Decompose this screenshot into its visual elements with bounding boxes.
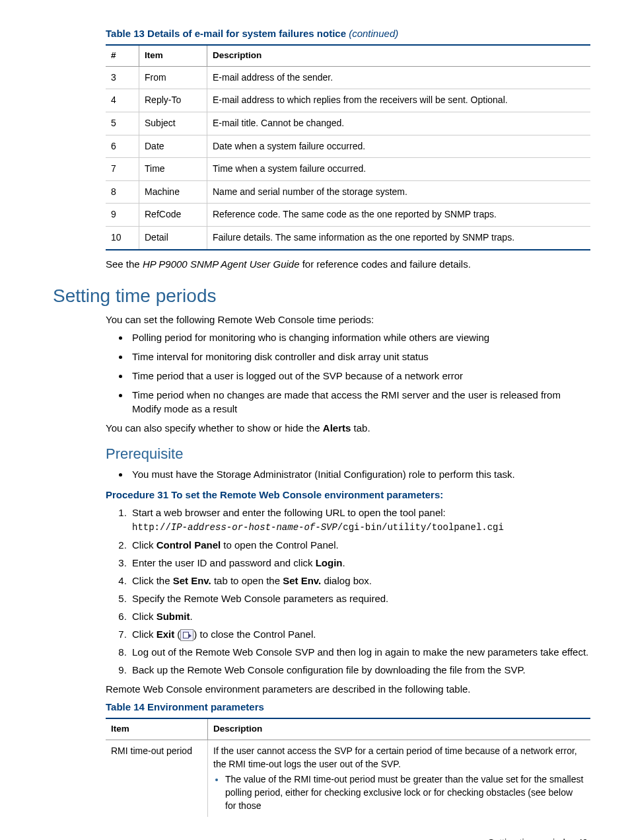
exit-label: Exit bbox=[157, 629, 175, 640]
text: dialog box. bbox=[321, 575, 372, 586]
caption-continued: (continued) bbox=[349, 28, 398, 39]
text: tab to open the bbox=[211, 575, 283, 586]
table-row: 5SubjectE-mail title. Cannot be changed. bbox=[106, 112, 590, 135]
table-header-row: # Item Description bbox=[106, 45, 590, 66]
cell: 6 bbox=[106, 135, 139, 158]
text: /cgi-bin/utility/toolpanel.cgi bbox=[337, 522, 504, 533]
step: Log out of the Remote Web Console SVP an… bbox=[129, 645, 590, 659]
table-row: 9RefCodeReference code. The same code as… bbox=[106, 204, 590, 227]
cell: Time bbox=[139, 158, 207, 181]
table-row: 8MachineName and serial number of the st… bbox=[106, 180, 590, 204]
text: Click bbox=[132, 629, 157, 640]
cell: 3 bbox=[106, 66, 139, 89]
cell: RMI time-out period bbox=[106, 740, 208, 817]
cell: From bbox=[139, 66, 207, 89]
cell: 9 bbox=[106, 204, 139, 227]
table-row: 7TimeTime when a system failure occurred… bbox=[106, 158, 590, 181]
step: Enter the user ID and password and click… bbox=[129, 556, 590, 570]
prereq-heading: Prerequisite bbox=[106, 444, 590, 465]
exit-icon bbox=[180, 629, 193, 641]
text: ( bbox=[174, 629, 180, 640]
text: The value of the RMI time-out period mus… bbox=[225, 774, 583, 810]
step: Click the Set Env. tab to open the Set E… bbox=[129, 574, 590, 588]
alerts-tab-label: Alerts bbox=[323, 422, 351, 434]
step: Click Submit. bbox=[129, 609, 590, 623]
list-item: Polling period for monitoring who is cha… bbox=[129, 330, 590, 344]
prereq-bullets: You must have the Storage Administrator … bbox=[106, 467, 590, 481]
footer-label: Setting time periods bbox=[488, 837, 570, 840]
cell: 7 bbox=[106, 158, 139, 181]
step: Start a web browser and enter the follow… bbox=[129, 506, 590, 535]
table-row: 10DetailFailure details. The same inform… bbox=[106, 227, 590, 250]
cell: Reply-To bbox=[139, 89, 207, 112]
list-item: Time interval for monitoring disk contro… bbox=[129, 350, 590, 363]
text: ) to close the Control Panel. bbox=[193, 629, 316, 640]
cell: Machine bbox=[139, 180, 207, 204]
text: If the user cannot access the SVP for a … bbox=[213, 745, 577, 769]
cell: 5 bbox=[106, 112, 139, 135]
cell: 4 bbox=[106, 89, 139, 112]
list-item: Time period that a user is logged out of… bbox=[129, 369, 590, 383]
caption-text: Table 13 Details of e-mail for system fa… bbox=[106, 28, 349, 39]
table-header-row: Item Description bbox=[106, 718, 590, 740]
submit-label: Submit bbox=[157, 611, 190, 622]
col-item: Item bbox=[139, 45, 207, 66]
table-row: 4Reply-ToE-mail address to which replies… bbox=[106, 89, 590, 112]
cell: 8 bbox=[106, 180, 139, 204]
table-row: 6DateDate when a system failure occurred… bbox=[106, 135, 590, 158]
text: for reference codes and failure details. bbox=[300, 258, 471, 270]
text: Click the bbox=[132, 575, 173, 586]
set-env-label: Set Env. bbox=[283, 575, 321, 586]
table14-caption: Table 14 Environment parameters bbox=[106, 700, 590, 714]
col-desc: Description bbox=[208, 718, 591, 740]
table-row: 3FromE-mail address of the sender. bbox=[106, 66, 590, 89]
url-var: IP-address-or-host-name-of-SVP bbox=[171, 522, 337, 533]
inner-bullets: The value of the RMI time-out period mus… bbox=[213, 773, 585, 812]
text: Start a web browser and enter the follow… bbox=[132, 507, 446, 518]
control-panel-label: Control Panel bbox=[157, 539, 221, 551]
text: Click bbox=[132, 539, 157, 551]
section-heading: Setting time periods bbox=[53, 283, 590, 309]
cell: RefCode bbox=[139, 204, 207, 227]
table14: Item Description RMI time-out period If … bbox=[106, 718, 590, 817]
col-hash: # bbox=[106, 45, 139, 66]
cell: 10 bbox=[106, 227, 139, 250]
procedure-after: Remote Web Console environment parameter… bbox=[106, 682, 590, 696]
cell: Reference code. The same code as the one… bbox=[207, 204, 591, 227]
text: . bbox=[190, 611, 193, 622]
cell: Subject bbox=[139, 112, 207, 135]
table-row: RMI time-out period If the user cannot a… bbox=[106, 740, 590, 817]
cell: E-mail address of the sender. bbox=[207, 66, 591, 89]
cell: Time when a system failure occurred. bbox=[207, 158, 591, 181]
text: to open the Control Panel. bbox=[221, 539, 338, 551]
cell: E-mail title. Cannot be changed. bbox=[207, 112, 591, 135]
procedure-steps: Start a web browser and enter the follow… bbox=[106, 506, 590, 677]
cell: Detail bbox=[139, 227, 207, 250]
table13-caption: Table 13 Details of e-mail for system fa… bbox=[106, 26, 590, 40]
section-intro: You can set the following Remote Web Con… bbox=[106, 313, 590, 326]
text: You can also specify whether to show or … bbox=[106, 422, 323, 434]
procedure-title: Procedure 31 To set the Remote Web Conso… bbox=[106, 488, 590, 502]
text: Enter the user ID and password and click bbox=[132, 557, 316, 568]
section-bullets: Polling period for monitoring who is cha… bbox=[106, 330, 590, 416]
col-item: Item bbox=[106, 718, 208, 740]
list-item: Time period when no changes are made tha… bbox=[129, 388, 590, 416]
list-item: You must have the Storage Administrator … bbox=[129, 467, 590, 481]
step: Specify the Remote Web Console parameter… bbox=[129, 592, 590, 605]
page-footer: Setting time periods 49 bbox=[40, 837, 590, 840]
text: . bbox=[342, 557, 345, 568]
cell: Date when a system failure occurred. bbox=[207, 135, 591, 158]
col-desc: Description bbox=[207, 45, 591, 66]
cell: If the user cannot access the SVP for a … bbox=[208, 740, 591, 817]
table13: # Item Description 3FromE-mail address o… bbox=[106, 44, 590, 250]
table13-after-text: See the HP P9000 SNMP Agent User Guide f… bbox=[106, 257, 590, 271]
step: Back up the Remote Web Console configura… bbox=[129, 663, 590, 677]
cell: Name and serial number of the storage sy… bbox=[207, 180, 591, 204]
step: Click Exit () to close the Control Panel… bbox=[129, 627, 590, 641]
list-item: The value of the RMI time-out period mus… bbox=[225, 773, 585, 812]
text: tab. bbox=[351, 422, 370, 434]
step: Click Control Panel to open the Control … bbox=[129, 538, 590, 552]
cell: Date bbox=[139, 135, 207, 158]
text: Click bbox=[132, 611, 157, 622]
text: See the bbox=[106, 258, 143, 270]
